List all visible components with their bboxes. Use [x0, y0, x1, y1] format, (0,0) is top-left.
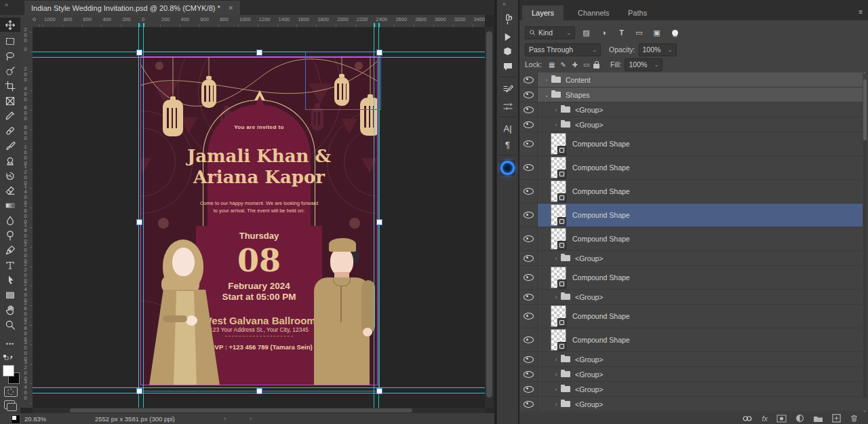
layer-name[interactable]: <Group>	[575, 400, 603, 408]
layer-thumbnail[interactable]	[551, 229, 566, 249]
layer-row[interactable]: Compound Shape	[519, 328, 863, 352]
pen-tool[interactable]	[2, 243, 18, 257]
layer-styles-icon[interactable]: fx	[762, 415, 768, 423]
layer-name[interactable]: <Group>	[575, 385, 603, 393]
panel-menu-icon[interactable]: ≡	[859, 8, 863, 16]
hand-tool[interactable]	[2, 303, 18, 317]
scroll-left-chevron[interactable]: ‹	[250, 415, 252, 422]
quick-selection-tool[interactable]	[2, 64, 18, 78]
group-disclosure-icon[interactable]: ›	[551, 107, 561, 113]
layer-name[interactable]: Compound Shape	[572, 312, 630, 320]
transform-handle[interactable]	[256, 388, 262, 394]
layer-row[interactable]: Compound Shape	[519, 180, 863, 204]
layer-row[interactable]: ›Content	[519, 73, 863, 88]
brush-tool[interactable]	[2, 138, 18, 153]
brushes-panel-icon[interactable]	[500, 98, 515, 114]
group-disclosure-icon[interactable]: ›	[551, 255, 561, 262]
layer-row[interactable]: Compound Shape	[519, 305, 863, 328]
layer-visibility-toggle[interactable]	[519, 328, 538, 351]
layer-thumbnail[interactable]	[551, 205, 566, 225]
group-disclosure-icon[interactable]: ›	[551, 294, 561, 301]
layer-visibility-toggle[interactable]	[519, 290, 538, 304]
blend-mode-select[interactable]: Pass Through⌄	[525, 43, 601, 56]
link-layers-icon[interactable]	[742, 415, 753, 423]
layers-list[interactable]: ›Content⌄Shapes›<Group>›<Group>Compound …	[519, 73, 863, 412]
transform-handle[interactable]	[256, 50, 262, 56]
layer-visibility-toggle[interactable]	[519, 73, 538, 87]
scrollbar-thumb[interactable]	[863, 79, 867, 140]
rectangle-tool[interactable]	[2, 288, 18, 302]
status-flyout-chevron[interactable]: ›	[224, 415, 226, 422]
layer-row[interactable]: Compound Shape	[519, 266, 863, 290]
layer-visibility-toggle[interactable]	[519, 227, 538, 250]
blur-tool[interactable]	[2, 213, 18, 227]
lock-position-icon[interactable]: ✚	[569, 61, 580, 69]
document-tab[interactable]: Indian Style Wedding Invitation.psd @ 20…	[24, 1, 240, 15]
layer-thumbnail[interactable]	[551, 134, 566, 154]
layer-name[interactable]: <Group>	[575, 355, 603, 364]
group-disclosure-icon[interactable]: ›	[551, 356, 561, 363]
lock-artboard-icon[interactable]: ▭	[580, 61, 592, 69]
layer-visibility-toggle[interactable]	[519, 251, 538, 265]
layer-row[interactable]: ›<Group>	[519, 397, 863, 412]
dock-collapse-icon[interactable]: «	[502, 1, 505, 7]
layer-visibility-toggle[interactable]	[519, 102, 538, 117]
layer-row[interactable]: ⌄Shapes	[519, 88, 863, 102]
tab-layers[interactable]: Layers	[522, 5, 564, 20]
clone-stamp-tool[interactable]	[2, 153, 18, 168]
layer-name[interactable]: <Group>	[575, 121, 603, 129]
layer-row[interactable]: Compound Shape	[519, 132, 863, 156]
layer-visibility-toggle[interactable]	[519, 204, 538, 227]
transform-bounding-box[interactable]	[138, 52, 380, 391]
foreground-color-swatch[interactable]	[3, 365, 14, 377]
layer-name[interactable]: Compound Shape	[572, 187, 630, 195]
horizontal-ruler[interactable]: 1200100080060040020002004006008001000120…	[33, 15, 485, 28]
layer-visibility-toggle[interactable]	[519, 305, 538, 328]
vertical-ruler[interactable]: 2000200400600800100012001400160018002000…	[20, 27, 33, 408]
layer-thumbnail[interactable]	[551, 306, 566, 326]
transform-handle[interactable]	[376, 388, 382, 394]
layer-name[interactable]: Compound Shape	[572, 140, 630, 148]
layer-row[interactable]: Compound Shape	[519, 204, 863, 227]
layers-scrollbar[interactable]: ⌃ ⌄	[862, 73, 867, 412]
layer-visibility-toggle[interactable]	[519, 266, 538, 289]
lock-pixels-icon[interactable]: ✎	[557, 61, 569, 69]
group-disclosure-icon[interactable]: ›	[551, 121, 561, 128]
tab-channels[interactable]: Channels	[568, 5, 618, 20]
type-tool[interactable]	[2, 258, 18, 272]
transform-handle[interactable]	[376, 219, 382, 225]
comments-panel-icon[interactable]	[500, 58, 515, 74]
quick-mask-icon[interactable]	[4, 387, 18, 397]
path-selection-tool[interactable]	[2, 273, 18, 287]
zoom-level-field[interactable]: 20.83%	[24, 415, 46, 423]
filter-type-layers-icon[interactable]: T	[615, 28, 628, 37]
eraser-tool[interactable]	[2, 183, 18, 197]
adjustment-layer-icon[interactable]	[795, 414, 804, 423]
transform-handle[interactable]	[376, 50, 382, 56]
healing-brush-tool[interactable]	[2, 123, 18, 138]
layer-name[interactable]: Compound Shape	[572, 273, 630, 282]
edit-toolbar-icon[interactable]: •••	[2, 336, 18, 351]
add-mask-icon[interactable]	[776, 415, 787, 423]
scroll-up-icon[interactable]: ⌃	[863, 71, 867, 77]
dodge-tool[interactable]	[2, 228, 18, 242]
tab-paths[interactable]: Paths	[618, 5, 656, 20]
scrollbar-thumb[interactable]	[70, 408, 412, 412]
layer-visibility-toggle[interactable]	[519, 382, 538, 396]
canvas-horizontal-scrollbar[interactable]	[33, 408, 485, 413]
close-tab-icon[interactable]: ×	[229, 3, 233, 13]
layer-row[interactable]: ›<Group>	[519, 382, 863, 397]
layer-name[interactable]: Compound Shape	[572, 235, 630, 243]
filter-shape-layers-icon[interactable]: ▭	[633, 28, 646, 37]
layer-name[interactable]: <Group>	[575, 254, 603, 263]
gradient-tool[interactable]	[2, 198, 18, 212]
layer-visibility-toggle[interactable]	[519, 117, 538, 132]
crop-tool[interactable]	[2, 79, 18, 93]
paragraph-panel-icon[interactable]: ¶	[500, 137, 515, 153]
move-tool[interactable]	[0, 18, 20, 32]
filter-toggle-icon[interactable]	[672, 30, 678, 36]
swap-colors-icon[interactable]	[3, 354, 14, 362]
canvas-vertical-scrollbar[interactable]	[485, 27, 494, 408]
libraries-panel-icon[interactable]	[500, 43, 515, 59]
actions-panel-icon[interactable]	[500, 29, 515, 45]
